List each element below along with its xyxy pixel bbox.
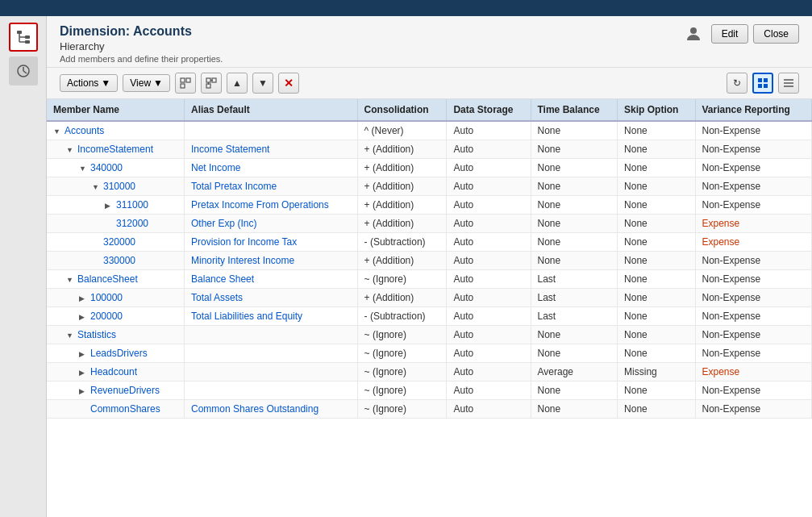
expand-icon[interactable]: ▼ [66,331,77,340]
variance-reporting: Non-Expense [695,381,812,400]
actions-button[interactable]: Actions ▼ [60,74,118,92]
delete-button[interactable]: ✕ [278,73,299,94]
consolidation: ~ (Ignore) [357,270,447,289]
member-name[interactable]: 100000 [90,292,123,303]
member-name[interactable]: 311000 [116,199,148,211]
col-time-balance: Time Balance [531,99,618,121]
member-name[interactable]: RevenueDrivers [90,385,160,396]
skip-option: None [618,344,695,363]
expand-icon[interactable]: ▶ [79,350,90,358]
table-row[interactable]: 320000Provision for Income Tax- (Subtrac… [47,233,812,252]
move-up-button[interactable]: ▲ [227,73,248,94]
skip-option: None [618,381,695,400]
list-view-button[interactable] [778,73,799,94]
time-balance: None [531,344,618,363]
svg-rect-0 [17,31,22,34]
time-balance: None [531,121,618,140]
alias-default: Total Pretax Income [185,177,358,196]
table-row[interactable]: ▶RevenueDrivers~ (Ignore)AutoNoneNoneNon… [47,381,812,400]
expand-icon[interactable]: ▶ [79,369,90,377]
table-row[interactable]: 330000Minority Interest Income+ (Additio… [47,252,812,270]
actions-chevron-icon: ▼ [101,77,110,89]
alias-default [185,121,358,140]
member-name[interactable]: LeadsDrivers [90,348,148,359]
consolidation: - (Subtraction) [357,307,447,326]
data-storage: Auto [447,400,531,419]
member-name[interactable]: Accounts [65,125,104,136]
member-name[interactable]: 310000 [103,181,135,192]
time-balance: Last [531,270,618,289]
member-name[interactable]: IncomeStatement [77,144,153,155]
time-balance: None [531,381,618,400]
variance-reporting: Expense [695,215,812,233]
grid-view-button[interactable] [752,73,773,94]
variance-reporting: Expense [695,233,812,252]
svg-line-9 [23,71,27,73]
member-name[interactable]: 330000 [103,255,135,266]
member-name[interactable]: 320000 [103,236,135,248]
members-table: Member Name Alias Default Consolidation … [47,99,812,419]
svg-point-10 [690,27,697,34]
table-row[interactable]: ▶311000Pretax Income From Operations+ (A… [47,196,812,215]
sidebar-hierarchy-icon[interactable] [9,23,38,52]
data-storage: Auto [447,140,531,159]
data-storage: Auto [447,270,531,289]
time-balance: None [531,215,618,233]
table-row[interactable]: ▼Accounts^ (Never)AutoNoneNoneNon-Expens… [47,121,812,140]
table-row[interactable]: ▶100000Total Assets+ (Addition)AutoLastN… [47,289,812,307]
member-name[interactable]: Headcount [90,366,137,377]
insert-child-button[interactable] [201,73,222,94]
alias-default: Total Liabilities and Equity [185,307,358,326]
table-row[interactable]: ▶200000Total Liabilities and Equity- (Su… [47,307,812,326]
insert-sibling-button[interactable] [175,73,196,94]
alias-default: Provision for Income Tax [185,233,358,252]
data-storage: Auto [447,363,531,381]
expand-icon[interactable]: ▼ [66,146,77,154]
table-row[interactable]: 312000Other Exp (Inc)+ (Addition)AutoNon… [47,215,812,233]
actions-label: Actions [67,77,98,89]
table-row[interactable]: ▼310000Total Pretax Income+ (Addition)Au… [47,177,812,196]
refresh-button[interactable]: ↻ [727,73,747,94]
alias-default [185,363,358,381]
close-button[interactable]: Close [753,24,799,44]
svg-rect-22 [764,84,768,88]
time-balance: None [531,140,618,159]
member-name[interactable]: 340000 [90,162,123,173]
expand-icon[interactable]: ▶ [105,202,116,210]
view-button[interactable]: View ▼ [123,74,170,92]
member-name[interactable]: Statistics [77,329,116,340]
consolidation: ~ (Ignore) [357,363,447,381]
time-balance: Average [531,363,618,381]
top-bar [0,0,812,16]
expand-icon[interactable]: ▼ [92,183,103,191]
col-variance-reporting: Variance Reporting [695,99,812,121]
expand-icon[interactable]: ▶ [79,313,90,321]
consolidation: - (Subtraction) [357,233,447,252]
consolidation: + (Addition) [357,196,447,215]
skip-option: None [618,140,695,159]
table-row[interactable]: ▼Statistics~ (Ignore)AutoNoneNoneNon-Exp… [47,326,812,344]
expand-icon[interactable]: ▶ [79,387,90,395]
expand-icon[interactable]: ▼ [53,127,65,136]
page-title: Dimension: Accounts [60,24,223,39]
table-row[interactable]: ▶LeadsDrivers~ (Ignore)AutoNoneNoneNon-E… [47,344,812,363]
sidebar-clock-icon[interactable] [9,56,38,85]
table-row[interactable]: ▼BalanceSheetBalance Sheet~ (Ignore)Auto… [47,270,812,289]
table-row[interactable]: ▼IncomeStatementIncome Statement+ (Addit… [47,140,812,159]
expand-icon[interactable]: ▶ [79,294,90,302]
move-down-button[interactable]: ▼ [252,73,273,94]
consolidation: + (Addition) [357,159,447,177]
member-name[interactable]: BalanceSheet [77,273,138,285]
member-name[interactable]: 312000 [116,218,148,229]
data-storage: Auto [447,289,531,307]
member-name[interactable]: CommonShares [90,403,160,415]
table-row[interactable]: ▼340000Net Income+ (Addition)AutoNoneNon… [47,159,812,177]
skip-option: None [618,400,695,419]
expand-icon[interactable]: ▼ [66,276,77,284]
svg-rect-14 [206,78,210,82]
table-row[interactable]: CommonSharesCommon Shares Outstanding~ (… [47,400,812,419]
table-row[interactable]: ▶Headcount~ (Ignore)AutoAverageMissingEx… [47,363,812,381]
expand-icon[interactable]: ▼ [79,165,90,173]
edit-button[interactable]: Edit [711,24,749,44]
member-name[interactable]: 200000 [90,311,123,322]
